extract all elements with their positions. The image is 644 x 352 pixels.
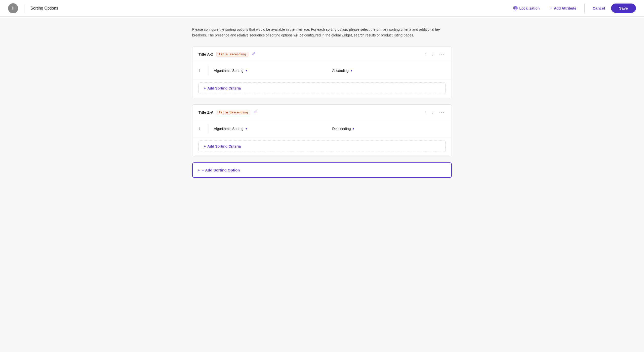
edit-icon-2[interactable] [253, 110, 257, 115]
globe-icon [513, 6, 518, 11]
add-attribute-button[interactable]: + Add Attribute [546, 4, 580, 13]
add-criteria-button-1[interactable]: + Add Sorting Criteria [204, 86, 241, 90]
sort-row-1-1: 1 Algorithmic Sorting ▾ Ascending ▾ [192, 62, 452, 79]
avatar: H [8, 3, 18, 13]
move-up-button-2[interactable]: ↑ [423, 110, 427, 115]
direction-dropdown-1-1[interactable]: Ascending ▾ [332, 67, 446, 75]
sort-card-1-actions: ↑ ↓ ··· [423, 51, 446, 57]
add-criteria-area-2[interactable]: + Add Sorting Criteria [198, 141, 446, 152]
save-button[interactable]: Save [611, 4, 636, 13]
plus-icon-option: + [198, 168, 200, 172]
localization-label: Localization [519, 6, 540, 10]
sort-row-2-1: 1 Algorithmic Sorting ▾ Descending ▾ [192, 120, 452, 138]
sort-card-2-header: Title Z-A title_descending ↑ ↓ ··· [192, 105, 452, 120]
sort-row-1-1-right: Ascending ▾ [332, 67, 446, 75]
sort-card-1-tag: title_ascending [216, 52, 248, 57]
sort-row-2-1-right: Descending ▾ [332, 125, 446, 133]
add-attribute-label: Add Attribute [554, 6, 576, 10]
chevron-down-icon-dir-2: ▾ [353, 127, 354, 130]
description-text: Please configure the sorting options tha… [192, 27, 452, 38]
edit-icon-1[interactable] [251, 52, 255, 57]
move-down-button-2[interactable]: ↓ [431, 110, 435, 115]
direction-value-1-1: Ascending [332, 69, 349, 73]
more-options-button-1[interactable]: ··· [438, 51, 446, 57]
plus-icon-criteria-1: + [204, 86, 206, 90]
sort-card-2-tag: title_descending [217, 110, 250, 115]
sorting-type-dropdown-1-1[interactable]: Algorithmic Sorting ▾ [214, 67, 327, 75]
main-content: Please configure the sorting options tha… [186, 27, 458, 178]
sorting-type-value-1-1: Algorithmic Sorting [214, 69, 244, 73]
sort-row-2-1-num: 1 [198, 127, 204, 131]
sort-card-2-actions: ↑ ↓ ··· [423, 109, 446, 115]
chevron-down-icon-2: ▾ [246, 127, 247, 130]
sort-card-1: Title A-Z title_ascending ↑ ↓ ··· 1 Algo… [192, 46, 452, 98]
localization-button[interactable]: Localization [509, 4, 544, 13]
add-option-label: + Add Sorting Option [202, 168, 240, 172]
add-criteria-button-2[interactable]: + Add Sorting Criteria [204, 144, 241, 148]
plus-icon-criteria-2: + [204, 144, 206, 148]
sort-card-2-title: Title Z-A [198, 110, 214, 114]
sort-row-1-1-num: 1 [198, 69, 204, 73]
sort-row-separator-2 [209, 124, 209, 133]
header-separator [584, 3, 585, 13]
header-actions: Localization + Add Attribute Cancel Save [509, 3, 636, 13]
direction-value-2-1: Descending [332, 127, 351, 131]
direction-dropdown-2-1[interactable]: Descending ▾ [332, 125, 446, 133]
header-divider [24, 4, 24, 12]
cancel-button[interactable]: Cancel [589, 4, 609, 12]
add-criteria-label-1: Add Sorting Criteria [207, 86, 241, 90]
page-title: Sorting Options [30, 6, 503, 11]
plus-icon: + [550, 6, 552, 11]
chevron-down-icon-dir: ▾ [351, 69, 352, 72]
move-up-button-1[interactable]: ↑ [423, 52, 427, 57]
sorting-type-dropdown-2-1[interactable]: Algorithmic Sorting ▾ [214, 125, 327, 133]
sort-card-1-title: Title A-Z [198, 52, 213, 56]
app-header: H Sorting Options Localization + Add Att… [0, 0, 644, 17]
sort-row-separator [209, 66, 209, 75]
add-sorting-option-button[interactable]: + + Add Sorting Option [192, 162, 452, 178]
add-criteria-area-1[interactable]: + Add Sorting Criteria [198, 82, 446, 94]
add-criteria-label-2: Add Sorting Criteria [207, 144, 241, 148]
chevron-down-icon: ▾ [246, 69, 247, 72]
sort-card-2: Title Z-A title_descending ↑ ↓ ··· 1 Alg… [192, 104, 452, 156]
sorting-type-value-2-1: Algorithmic Sorting [214, 127, 244, 131]
sort-card-1-header: Title A-Z title_ascending ↑ ↓ ··· [192, 47, 452, 62]
more-options-button-2[interactable]: ··· [438, 109, 446, 115]
move-down-button-1[interactable]: ↓ [431, 52, 435, 57]
